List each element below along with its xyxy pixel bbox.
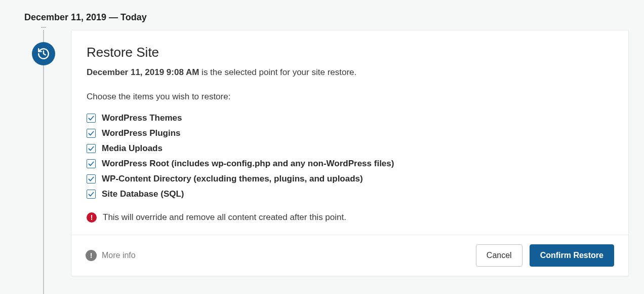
selected-point-text: December 11, 2019 9:08 AM is the selecte… [87,67,613,78]
card-footer: ! More info Cancel Confirm Restore [71,235,628,276]
restore-item-label: WordPress Plugins [102,128,181,138]
selected-point-suffix: is the selected point for your site rest… [199,67,356,77]
restore-item-label: WordPress Root (includes wp-config.php a… [102,159,394,169]
timeline-line [43,30,44,294]
cancel-button[interactable]: Cancel [476,244,522,267]
warning-text: This will override and remove all conten… [103,212,346,223]
more-info-link[interactable]: ! More info [86,250,136,261]
restore-card: Restore Site December 11, 2019 9:08 AM i… [71,30,629,276]
warning-row: ! This will override and remove all cont… [87,212,613,223]
timeline-date-header: December 11, 2019 — Today [24,12,629,23]
restore-item-row: Site Database (SQL) [87,189,613,199]
restore-item-row: WordPress Root (includes wp-config.php a… [87,159,613,169]
info-icon: ! [86,250,97,261]
restore-item-label: Media Uploads [102,143,163,154]
footer-actions: Cancel Confirm Restore [476,244,614,267]
warning-icon: ! [87,212,97,223]
checkbox[interactable] [87,129,96,138]
card-title: Restore Site [87,45,613,60]
restore-item-label: Site Database (SQL) [102,189,184,199]
restore-items-list: WordPress ThemesWordPress PluginsMedia U… [87,113,613,199]
confirm-restore-button[interactable]: Confirm Restore [530,244,614,267]
restore-item-row: WordPress Themes [87,113,613,123]
checkbox[interactable] [87,144,96,153]
timeline-tick [41,27,46,28]
checkbox[interactable] [87,114,96,123]
more-info-label: More info [102,251,136,260]
checkbox[interactable] [87,159,96,168]
checkbox[interactable] [87,190,96,199]
restore-history-icon [32,42,55,65]
checkbox[interactable] [87,174,96,183]
restore-card-body: Restore Site December 11, 2019 9:08 AM i… [71,30,628,235]
restore-item-label: WP-Content Directory (excluding themes, … [102,174,363,184]
restore-item-row: WP-Content Directory (excluding themes, … [87,174,613,184]
restore-item-row: WordPress Plugins [87,128,613,138]
choose-items-label: Choose the items you wish to restore: [87,92,613,102]
timeline: Restore Site December 11, 2019 9:08 AM i… [24,30,629,276]
restore-item-label: WordPress Themes [102,113,182,123]
selected-point-datetime: December 11, 2019 9:08 AM [87,67,199,77]
restore-item-row: Media Uploads [87,143,613,154]
